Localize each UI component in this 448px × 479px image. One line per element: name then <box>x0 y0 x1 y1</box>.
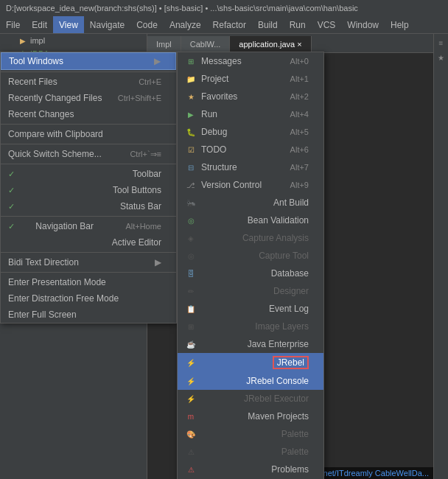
submenu-capture-tool[interactable]: ◎ Capture Tool <box>178 247 323 265</box>
designer-icon: ✏ <box>185 285 197 297</box>
menu-file[interactable]: File <box>0 16 26 33</box>
item-label: Palette <box>281 447 309 457</box>
sidebar-structure-icon[interactable]: ≡ <box>435 37 447 49</box>
item-label: Maven Projects <box>248 411 309 422</box>
menu-vcs[interactable]: VCS <box>312 16 342 33</box>
title-text: D:[workspace_idea_new(branch:shs(shs)] •… <box>6 4 358 13</box>
separator <box>1 124 176 125</box>
item-label: Run <box>201 109 217 119</box>
submenu-capture-analysis[interactable]: ◈ Capture Analysis <box>178 229 323 247</box>
shortcut: Alt+Home <box>125 222 161 231</box>
menu-bar: File Edit View Navigate Code Analyze Ref… <box>0 16 448 34</box>
event-log-icon: 📋 <box>185 303 197 315</box>
dropdown-bidi-direction[interactable]: Bidi Text Direction ▶ <box>1 254 176 270</box>
menu-analyze[interactable]: Analyze <box>164 16 207 33</box>
maven-icon: m <box>185 410 197 422</box>
dropdown-quick-switch[interactable]: Quick Switch Scheme... Ctrl+`⇒≡ <box>1 146 176 162</box>
sidebar-favorites-icon[interactable]: ★ <box>435 52 447 63</box>
submenu-ant[interactable]: 🐜 Ant Build <box>178 194 323 211</box>
submenu-java-enterprise[interactable]: ☕ Java Enterprise <box>178 335 323 353</box>
separator <box>1 216 176 217</box>
jrebel-console-icon: ⚡ <box>185 375 197 387</box>
submenu-jrebel-executor[interactable]: ⚡ JRebel Executor <box>178 390 323 408</box>
menu-build[interactable]: Build <box>252 16 284 33</box>
submenu-project[interactable]: 📁 Project Alt+1 <box>178 70 323 88</box>
menu-refactor[interactable]: Refactor <box>207 16 252 33</box>
dropdown-recent-changes[interactable]: Recent Changes <box>1 106 176 122</box>
dropdown-tool-windows[interactable]: Tool Windows ▶ <box>1 52 176 70</box>
tab-impl[interactable]: Impl <box>147 36 181 52</box>
submenu-run[interactable]: ▶ Run Alt+4 <box>178 105 323 123</box>
submenu-todo[interactable]: ☑ TODO Alt+6 <box>178 141 323 158</box>
tree-label: impl <box>30 36 45 45</box>
dropdown-tool-buttons[interactable]: ✓ Tool Buttons <box>1 182 176 198</box>
java-enterprise-icon: ☕ <box>185 338 197 350</box>
item-label: Navigation Bar <box>35 221 94 231</box>
submenu-vcs[interactable]: ⎇ Version Control Alt+9 <box>178 176 323 194</box>
submenu-palette[interactable]: 🎨 Palette <box>178 425 323 443</box>
tab-application-java[interactable]: application.java × <box>230 36 311 52</box>
dropdown-toolbar[interactable]: ✓ Toolbar <box>1 166 176 182</box>
submenu-structure[interactable]: ⊟ Structure Alt+7 <box>178 158 323 176</box>
submenu-palette2[interactable]: ⚠ Palette <box>178 443 323 461</box>
vcs-icon: ⎇ <box>185 179 197 191</box>
submenu-arrow: ▶ <box>154 56 161 66</box>
dropdown-active-editor[interactable]: Active Editor <box>1 234 176 251</box>
shortcut: Ctrl+E <box>139 77 161 86</box>
submenu-favorites[interactable]: ★ Favorites Alt+2 <box>178 88 323 105</box>
dropdown-compare-clipboard[interactable]: Compare with Clipboard <box>1 126 176 142</box>
item-label: Recently Changed Files <box>8 93 102 103</box>
menu-window[interactable]: Window <box>341 16 385 33</box>
dropdown-full-screen[interactable]: Enter Full Screen <box>1 307 176 323</box>
item-label: Enter Distraction Free Mode <box>8 293 119 304</box>
menu-help[interactable]: Help <box>385 16 415 33</box>
shortcut: Alt+1 <box>290 74 309 83</box>
item-label: Status Bar <box>120 201 161 211</box>
item-label: JRebel Console <box>246 376 309 386</box>
shortcut: Alt+9 <box>290 181 309 189</box>
dropdown-status-bar[interactable]: ✓ Status Bar <box>1 198 176 214</box>
menu-navigate[interactable]: Navigate <box>84 16 130 33</box>
right-sidebar: ≡ ★ <box>433 34 448 479</box>
menu-code[interactable]: Code <box>130 16 164 33</box>
tree-item-impl[interactable]: ▶ impl <box>0 34 147 47</box>
item-label: Palette <box>281 429 309 439</box>
menu-view[interactable]: View <box>53 16 84 33</box>
dropdown-distraction-free[interactable]: Enter Distraction Free Mode <box>1 290 176 307</box>
submenu-designer[interactable]: ✏ Designer <box>178 282 323 300</box>
shortcut: Alt+0 <box>290 57 309 66</box>
checkmark: ✓ <box>8 169 18 179</box>
checkmark: ✓ <box>8 186 18 195</box>
submenu-image-layers[interactable]: ⊞ Image Layers <box>178 318 323 335</box>
submenu-jrebel-console[interactable]: ⚡ JRebel Console <box>178 372 323 390</box>
item-label: Bidi Text Direction <box>8 257 79 268</box>
separator <box>1 71 176 72</box>
submenu-event-log[interactable]: 📋 Event Log <box>178 300 323 318</box>
shortcut: Ctrl+Shift+E <box>118 94 161 102</box>
item-label: Debug <box>201 127 227 137</box>
tool-windows-submenu: ⊞ Messages Alt+0 📁 Project Alt+1 ★ Favor… <box>177 52 324 479</box>
dropdown-recent-files[interactable]: Recent Files Ctrl+E <box>1 74 176 90</box>
image-layers-icon: ⊞ <box>185 321 197 332</box>
dropdown-navigation-bar[interactable]: ✓ Navigation Bar Alt+Home <box>1 218 176 234</box>
menu-edit[interactable]: Edit <box>26 16 53 33</box>
item-label: Image Layers <box>255 321 309 332</box>
submenu-jrebel[interactable]: ⚡ JRebel <box>178 353 323 372</box>
menu-run[interactable]: Run <box>284 16 312 33</box>
submenu-messages[interactable]: ⊞ Messages Alt+0 <box>178 52 323 70</box>
submenu-database[interactable]: 🗄 Database <box>178 265 323 282</box>
submenu-bean-validation[interactable]: ◎ Bean Validation <box>178 211 323 229</box>
item-label: Bean Validation <box>248 215 309 225</box>
tab-cablew[interactable]: CablW... <box>181 36 231 52</box>
folder-icon: ▶ <box>18 35 28 46</box>
main-area: ▶ impl I IDBAccess ☕ Application ▼ resou… <box>0 34 448 479</box>
item-label: Messages <box>201 56 242 66</box>
problems-icon: ⚠ <box>185 464 197 475</box>
submenu-debug[interactable]: 🐛 Debug Alt+5 <box>178 123 323 141</box>
item-label: Active Editor <box>112 237 161 248</box>
submenu-maven[interactable]: m Maven Projects <box>178 408 323 425</box>
dropdown-recently-changed-files[interactable]: Recently Changed Files Ctrl+Shift+E <box>1 90 176 106</box>
submenu-problems[interactable]: ⚠ Problems <box>178 461 323 478</box>
dropdown-presentation-mode[interactable]: Enter Presentation Mode <box>1 274 176 290</box>
item-label: Enter Presentation Mode <box>8 277 106 287</box>
